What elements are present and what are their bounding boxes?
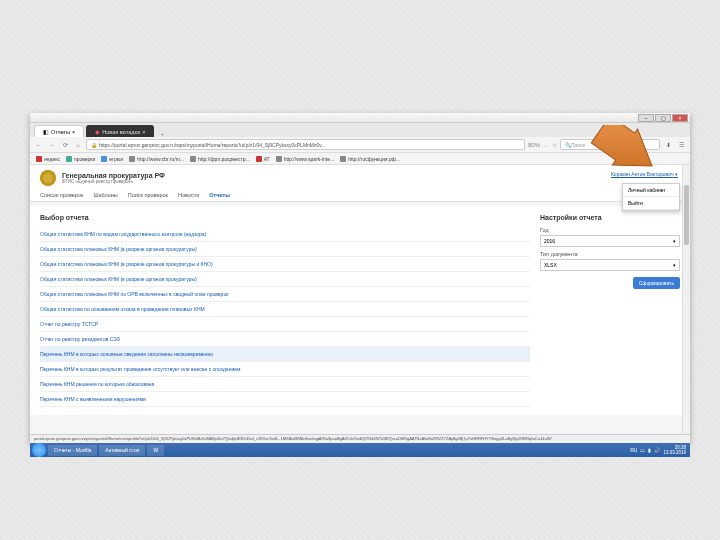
- browser-toolbar: ← → ⟳ ⌂ 🔒 https://portal.eproc.genproc.g…: [30, 137, 690, 153]
- system-tray: RU ▭ ▮ 🔊 20:28 13.03.2019: [630, 445, 690, 455]
- org-title: Генеральная прокуратура РФ: [62, 172, 165, 179]
- bookmark-item[interactable]: яндекс: [36, 156, 60, 162]
- nav-item[interactable]: Поиск проверок: [128, 192, 168, 198]
- user-name-link[interactable]: Корокин Антон Викторович ▾: [611, 171, 678, 177]
- bookmark-item[interactable]: АТ: [256, 156, 270, 162]
- bookmark-star-icon[interactable]: ☆: [552, 141, 557, 148]
- bookmark-item[interactable]: http://фрп.росреестр...: [190, 156, 250, 162]
- tab-label: Новая вкладка: [102, 129, 140, 135]
- maximize-button[interactable]: ▢: [655, 114, 671, 122]
- report-selection-panel: Выбор отчета Общая статистика КНМ по вид…: [40, 214, 530, 407]
- report-item[interactable]: Отчет по реестру резидентов СЭЗ: [40, 332, 530, 347]
- lock-icon: 🔒: [91, 142, 97, 148]
- bookmark-item[interactable]: http://www.cbr.ru/m...: [129, 156, 184, 162]
- search-box[interactable]: 🔍 Поиск: [560, 139, 660, 150]
- library-icon[interactable]: ☰: [676, 140, 686, 150]
- chevron-down-icon: ▾: [673, 238, 676, 244]
- taskbar-app[interactable]: Активный стол: [99, 445, 145, 456]
- taskbar-app[interactable]: W: [147, 445, 164, 456]
- report-item[interactable]: Перечень КНМ в которых результат проведе…: [40, 362, 530, 377]
- menu-item-profile[interactable]: Личный кабинет: [623, 184, 679, 197]
- tab-favicon: ◆: [95, 129, 100, 135]
- tab-close-icon[interactable]: ×: [72, 129, 75, 135]
- org-subtitle: ФГИС «Единый реестр проверок»: [62, 179, 165, 184]
- vertical-scrollbar[interactable]: [682, 165, 690, 434]
- nav-item[interactable]: Шаблоны: [93, 192, 117, 198]
- user-dropdown-menu: Личный кабинет Выйти: [622, 183, 680, 211]
- bookmarks-bar: яндекс проверки егрюл http://www.cbr.ru/…: [30, 153, 690, 165]
- tray-volume-icon[interactable]: 🔊: [654, 447, 660, 453]
- browser-tab[interactable]: ◆ Новая вкладка ×: [86, 125, 154, 137]
- address-bar[interactable]: 🔒 https://portal.eproc.genproc.gov.ru/wp…: [86, 139, 525, 150]
- nav-item-active[interactable]: Отчеты: [209, 192, 230, 198]
- tab-close-icon[interactable]: ×: [142, 129, 145, 135]
- windows-taskbar: Отчеты - Mozilla Активный стол W RU ▭ ▮ …: [30, 443, 690, 457]
- url-zoom: 80%: [528, 142, 540, 148]
- browser-window: – ▢ × ◧ Отчеты × ◆ Новая вкладка × + ← →…: [30, 113, 690, 443]
- report-item[interactable]: Общая статистика плановых КНМ (в разрезе…: [40, 257, 530, 272]
- report-item[interactable]: Общая статистика плановых КНМ по ОРВ вкл…: [40, 287, 530, 302]
- scroll-thumb[interactable]: [684, 185, 689, 245]
- tray-network-icon[interactable]: ▮: [648, 447, 651, 453]
- url-text: https://portal.eproc.genproc.gov.ru/wps/…: [99, 142, 326, 148]
- emblem-icon: [40, 170, 56, 186]
- bookmark-item[interactable]: егрюл: [101, 156, 123, 162]
- site-header: Генеральная прокуратура РФ ФГИС «Единый …: [30, 165, 690, 189]
- generate-button[interactable]: Сформировать: [633, 277, 680, 289]
- back-button[interactable]: ←: [34, 140, 44, 150]
- report-item[interactable]: Общая статистика плановых КНМ (в разрезе…: [40, 272, 530, 287]
- nav-item[interactable]: Новости: [178, 192, 199, 198]
- doctype-select[interactable]: XLSX▾: [540, 259, 680, 271]
- report-list: Общая статистика КНМ по видам государств…: [40, 227, 530, 407]
- report-item[interactable]: Общая статистика плановых КНМ (в разрезе…: [40, 242, 530, 257]
- bookmark-item[interactable]: http://госфункции.рф...: [340, 156, 400, 162]
- start-button[interactable]: [32, 443, 46, 457]
- downloads-icon[interactable]: ⬇: [663, 140, 673, 150]
- section-title: Настройки отчета: [540, 214, 680, 221]
- year-label: Год: [540, 227, 680, 233]
- tray-clock[interactable]: 20:28 13.03.2019: [663, 445, 686, 455]
- browser-tabbar: ◧ Отчеты × ◆ Новая вкладка × +: [30, 123, 690, 137]
- report-item[interactable]: Общая статистика КНМ по видам государств…: [40, 227, 530, 242]
- taskbar-app[interactable]: Отчеты - Mozilla: [48, 445, 97, 456]
- close-button[interactable]: ×: [672, 114, 688, 122]
- report-settings-panel: Настройки отчета Год 2016▾ Тип документа…: [540, 214, 680, 407]
- bookmark-item[interactable]: проверки: [66, 156, 95, 162]
- reload-button[interactable]: ⟳: [60, 140, 70, 150]
- nav-item[interactable]: Список проверок: [40, 192, 83, 198]
- tab-label: Отчеты: [51, 129, 70, 135]
- bookmark-item[interactable]: http://www.spark-inte...: [276, 156, 335, 162]
- report-item[interactable]: Перечень КНМ решения по которым обжалова…: [40, 377, 530, 392]
- tab-favicon: ◧: [43, 129, 49, 135]
- report-item[interactable]: Отчет по реестру ТСТСР: [40, 317, 530, 332]
- doctype-label: Тип документа: [540, 251, 680, 257]
- main-nav: Список проверок Шаблоны Поиск проверок Н…: [30, 189, 690, 202]
- tray-flag-icon[interactable]: ▭: [640, 447, 645, 453]
- menu-item-logout[interactable]: Выйти: [623, 197, 679, 210]
- window-titlebar: – ▢ ×: [30, 113, 690, 123]
- tray-lang[interactable]: RU: [630, 447, 637, 453]
- forward-button[interactable]: →: [47, 140, 57, 150]
- search-placeholder: Поиск: [571, 142, 585, 148]
- page-content: Генеральная прокуратура РФ ФГИС «Единый …: [30, 165, 690, 434]
- year-select[interactable]: 2016▾: [540, 235, 680, 247]
- chevron-down-icon: ▾: [673, 262, 676, 268]
- report-item[interactable]: Перечень КНМ в которых основные сведения…: [40, 347, 530, 362]
- browser-statusbar: portal.eproc.genproc.gov.ru/wps/myportal…: [30, 434, 690, 443]
- minimize-button[interactable]: –: [638, 114, 654, 122]
- report-item[interactable]: Перечень КНМ с выявленными нарушениями: [40, 392, 530, 407]
- home-button[interactable]: ⌂: [73, 140, 83, 150]
- report-item[interactable]: Общая статистика по основаниям отказа в …: [40, 302, 530, 317]
- browser-tab-active[interactable]: ◧ Отчеты ×: [34, 125, 84, 137]
- section-title: Выбор отчета: [40, 214, 530, 221]
